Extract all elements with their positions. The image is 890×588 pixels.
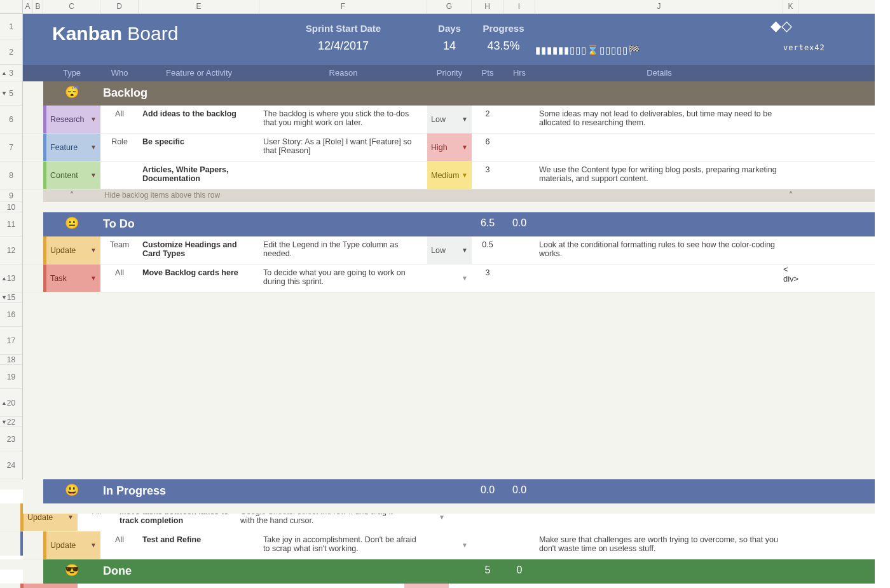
rowhdr-3[interactable]: ▲3 bbox=[0, 65, 22, 81]
card-row[interactable]: Research▼ All Add ideas to the backlog T… bbox=[23, 106, 875, 133]
details-cell[interactable]: Look at the conditional formatting rules… bbox=[535, 236, 783, 264]
who-cell[interactable]: All bbox=[100, 106, 139, 133]
collapse-down-icon[interactable]: ▲ bbox=[1, 275, 7, 282]
hide-backlog-row[interactable]: ˄ Hide backlog items above this row ˄ bbox=[23, 189, 875, 202]
hrs-cell[interactable] bbox=[503, 161, 535, 189]
details-cell[interactable] bbox=[512, 584, 760, 588]
type-dropdown[interactable]: Research▼ bbox=[43, 106, 100, 133]
colhdr-F[interactable]: F bbox=[259, 0, 427, 13]
rowhdr-5[interactable]: ▼5 bbox=[0, 81, 22, 106]
collapse-down-icon[interactable]: ▲ bbox=[1, 400, 7, 406]
priority-dropdown[interactable]: High▼ bbox=[404, 584, 449, 588]
feature-cell[interactable]: Articles, White Papers, Documentation bbox=[139, 161, 259, 189]
rowhdr-23[interactable]: 23 bbox=[0, 427, 22, 451]
priority-dropdown[interactable]: Medium▼ bbox=[427, 161, 472, 189]
rowhdr-6[interactable]: 6 bbox=[0, 106, 22, 133]
colhdr-C[interactable]: C bbox=[43, 0, 100, 13]
who-cell[interactable]: Team bbox=[100, 236, 139, 264]
hrs-cell[interactable] bbox=[503, 133, 535, 161]
rowhdr-11[interactable]: 11 bbox=[0, 212, 22, 236]
details-cell[interactable] bbox=[535, 133, 783, 161]
type-dropdown[interactable]: Task▼ bbox=[43, 264, 100, 292]
rowhdr-18[interactable]: 18 bbox=[0, 355, 22, 365]
who-cell[interactable]: All bbox=[100, 264, 139, 292]
card-row[interactable]: Update▼ All Test and Refine Take joy in … bbox=[23, 531, 875, 559]
collapse-down-icon[interactable]: ▲ bbox=[1, 70, 7, 76]
reason-cell[interactable]: User Story: As a [Role] I want [Feature]… bbox=[259, 133, 427, 161]
priority-dropdown[interactable]: Low▼ bbox=[427, 106, 472, 133]
priority-dropdown[interactable]: ▼ bbox=[427, 531, 472, 559]
feature-cell[interactable]: Add ideas to the backlog bbox=[139, 106, 259, 133]
collapse-up-icon[interactable]: ▼ bbox=[1, 294, 7, 301]
colhdr-D[interactable]: D bbox=[100, 0, 139, 13]
rowhdr-16[interactable]: 16 bbox=[0, 303, 22, 327]
colhdr-G[interactable]: G bbox=[427, 0, 472, 13]
colhdr-J[interactable]: J bbox=[535, 0, 783, 13]
feature-cell[interactable]: Test and Refine bbox=[139, 531, 259, 559]
type-dropdown[interactable]: Feature▼ bbox=[43, 133, 100, 161]
rowhdr-1[interactable]: 1 bbox=[0, 14, 22, 39]
feature-cell[interactable]: Congratulations bbox=[116, 584, 236, 588]
details-cell[interactable] bbox=[535, 264, 783, 292]
rowhdr-19[interactable]: 19 bbox=[0, 365, 22, 389]
card-row[interactable]: Update▼ All Move tasks between lanes to … bbox=[0, 503, 23, 531]
colhdr-H[interactable]: H bbox=[472, 0, 503, 13]
rowhdr-20[interactable]: ▲20 bbox=[0, 389, 22, 417]
card-row[interactable]: Content▼ Articles, White Papers, Documen… bbox=[23, 161, 875, 189]
feature-cell[interactable]: Be specific bbox=[139, 133, 259, 161]
rowhdr-12[interactable]: 12 bbox=[0, 236, 22, 264]
who-cell[interactable] bbox=[100, 161, 139, 189]
details-cell[interactable]: Make sure that challenges are worth tryi… bbox=[535, 531, 783, 559]
pts-cell[interactable]: 3 bbox=[472, 161, 503, 189]
priority-dropdown[interactable]: Low▼ bbox=[427, 236, 472, 264]
pts-cell[interactable]: 5 bbox=[449, 584, 481, 588]
card-row[interactable]: Feature▼ Role Be specific User Story: As… bbox=[23, 133, 875, 161]
type-dropdown[interactable]: Content▼ bbox=[43, 161, 100, 189]
rowhdr-7[interactable]: 7 bbox=[0, 133, 22, 161]
priority-dropdown[interactable]: ▼ bbox=[427, 264, 472, 292]
type-dropdown[interactable]: Update▼ bbox=[43, 236, 100, 264]
feature-cell[interactable]: Move Backlog cards here bbox=[139, 264, 259, 292]
rowhdr-15[interactable]: ▼15 bbox=[0, 292, 22, 303]
rowhdr-17[interactable]: 17 bbox=[0, 327, 22, 355]
rowhdr-13[interactable]: ▲13 bbox=[0, 264, 22, 292]
type-dropdown[interactable]: Update▼ bbox=[43, 531, 100, 559]
hrs-cell[interactable] bbox=[503, 264, 535, 292]
rowhdr-8[interactable]: 8 bbox=[0, 161, 22, 189]
reason-cell[interactable]: Edit the Legend in the Type column as ne… bbox=[259, 236, 427, 264]
rowhdr-2[interactable]: 2 bbox=[0, 39, 22, 65]
reason-cell[interactable]: Moving stuff to DONE deserves a high fiv… bbox=[236, 584, 404, 588]
details-cell[interactable]: We use the Content type for writing blog… bbox=[535, 161, 783, 189]
type-dropdown[interactable]: Task▼ bbox=[20, 584, 78, 588]
priority-dropdown[interactable]: High▼ bbox=[427, 133, 472, 161]
pts-cell[interactable]: 3 bbox=[472, 264, 503, 292]
rowhdr-10[interactable]: 10 bbox=[0, 202, 22, 212]
reason-cell[interactable]: To decide what you are going to work on … bbox=[259, 264, 427, 292]
rowhdr-9[interactable]: 9 bbox=[0, 189, 22, 202]
details-cell[interactable]: Some ideas may not lead to deliverables,… bbox=[535, 106, 783, 133]
card-row[interactable]: Task▼ All Congratulations Moving stuff t… bbox=[0, 584, 23, 588]
pts-cell[interactable]: 6 bbox=[472, 133, 503, 161]
colhdr-B[interactable]: B bbox=[33, 0, 43, 13]
colhdr-A[interactable]: A bbox=[23, 0, 33, 13]
rowhdr-22[interactable]: ▼22 bbox=[0, 417, 22, 427]
pts-cell[interactable] bbox=[472, 531, 503, 559]
feature-cell[interactable]: Customize Headings and Card Types bbox=[139, 236, 259, 264]
hrs-cell[interactable] bbox=[503, 106, 535, 133]
hrs-cell[interactable] bbox=[481, 584, 512, 588]
reason-cell[interactable]: Take joy in accomplishment. Don't be afr… bbox=[259, 531, 427, 559]
pts-cell[interactable]: 2 bbox=[472, 106, 503, 133]
rowhdr-24[interactable]: 24 bbox=[0, 451, 22, 479]
reason-cell[interactable]: The backlog is where you stick the to-do… bbox=[259, 106, 427, 133]
who-cell[interactable]: All bbox=[78, 584, 116, 588]
colhdr-I[interactable]: I bbox=[503, 0, 535, 13]
colhdr-E[interactable]: E bbox=[139, 0, 259, 13]
who-cell[interactable]: All bbox=[100, 531, 139, 559]
pts-cell[interactable]: 0.5 bbox=[472, 236, 503, 264]
hrs-cell[interactable] bbox=[503, 236, 535, 264]
card-row[interactable]: Update▼ Team Customize Headings and Card… bbox=[23, 236, 875, 264]
colhdr-K[interactable]: K bbox=[783, 0, 798, 13]
collapse-up-icon[interactable]: ▼ bbox=[1, 419, 7, 425]
who-cell[interactable]: Role bbox=[100, 133, 139, 161]
reason-cell[interactable] bbox=[259, 161, 427, 189]
